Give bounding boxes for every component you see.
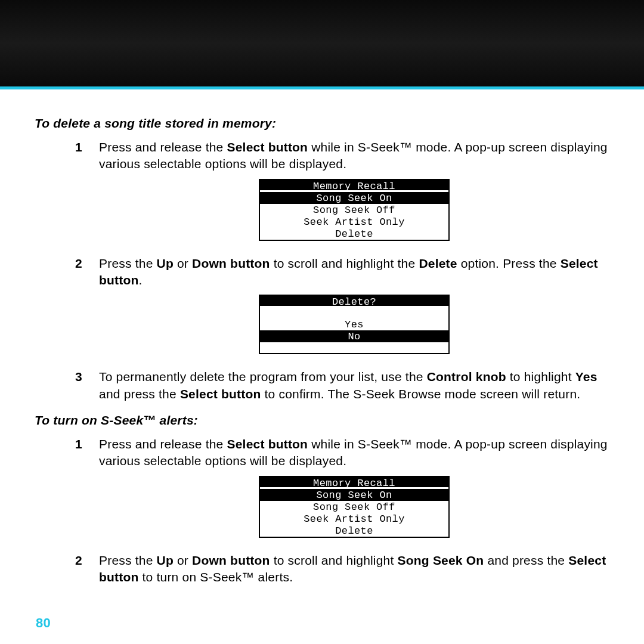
lcd-row: Song Seek Off <box>260 501 448 513</box>
bold: Select button <box>180 387 261 401</box>
step-number: 1 <box>75 139 99 249</box>
text: to scroll and highlight <box>270 553 398 567</box>
lcd-row: Song Seek Off <box>260 204 448 216</box>
text: option. Press the <box>457 256 561 270</box>
bold: Up <box>157 553 174 567</box>
bold: Up <box>157 256 174 270</box>
text: . <box>139 273 143 287</box>
lcd-memory-recall: Memory Recall Song Seek On Song Seek Off… <box>259 476 450 538</box>
bold: Select button <box>227 140 308 154</box>
bold: Yes <box>575 370 597 383</box>
section-title-alerts: To turn on S-Seek™ alerts: <box>35 413 609 428</box>
steps-alerts: 1 Press and release the Select button wh… <box>75 436 609 586</box>
lcd-row: Delete <box>260 228 448 240</box>
bold: Delete <box>419 256 457 270</box>
lcd-row-selected: No <box>260 330 448 342</box>
step-number: 1 <box>75 436 99 546</box>
lcd-row: Yes <box>260 318 448 330</box>
header-band <box>0 0 644 86</box>
bold: Control knob <box>427 370 506 383</box>
text: to confirm. The S-Seek Browse mode scree… <box>261 387 581 401</box>
section-title-delete: To delete a song title stored in memory: <box>35 116 609 131</box>
page-number: 80 <box>36 615 51 631</box>
bold: Song Seek On <box>398 553 484 567</box>
lcd-blank <box>260 342 448 353</box>
lcd-row-selected: Song Seek On <box>260 192 448 204</box>
step-text: Press the Up or Down button to scroll an… <box>99 552 609 586</box>
step-number: 3 <box>75 369 99 402</box>
step-number: 2 <box>75 552 99 586</box>
text: or <box>174 256 192 270</box>
lcd-row: Delete <box>260 525 448 537</box>
lcd-memory-recall: Memory Recall Song Seek On Song Seek Off… <box>259 179 450 241</box>
text: To permanently delete the program from y… <box>99 370 427 383</box>
step-text: Press and release the Select button whil… <box>99 436 609 546</box>
step-text: Press and release the Select button whil… <box>99 139 609 249</box>
bold: Down button <box>192 553 270 567</box>
text: and press the <box>99 387 180 401</box>
text: Press the <box>99 553 157 567</box>
text: Press and release the <box>99 140 227 154</box>
lcd-row: Seek Artist Only <box>260 216 448 228</box>
step-number: 2 <box>75 255 99 363</box>
page-body: To delete a song title stored in memory:… <box>0 89 644 644</box>
lcd-delete-confirm: Delete? Yes No <box>259 295 450 354</box>
steps-delete: 1 Press and release the Select button wh… <box>75 139 609 402</box>
lcd-header: Memory Recall <box>260 180 448 192</box>
lcd-row-selected: Song Seek On <box>260 489 448 501</box>
text: to turn on S-Seek™ alerts. <box>139 570 293 584</box>
step-text: Press the Up or Down button to scroll an… <box>99 255 609 363</box>
text: Press the <box>99 256 157 270</box>
bold: Down button <box>192 256 270 270</box>
lcd-blank <box>260 308 448 318</box>
bold: Select button <box>227 437 308 451</box>
lcd-header: Delete? <box>260 296 448 308</box>
text: to scroll and highlight the <box>270 256 419 270</box>
text: Press and release the <box>99 437 227 451</box>
text: and press the <box>484 553 568 567</box>
text: to highlight <box>506 370 575 383</box>
lcd-row: Seek Artist Only <box>260 513 448 525</box>
step-text: To permanently delete the program from y… <box>99 369 609 402</box>
text: or <box>174 553 192 567</box>
lcd-header: Memory Recall <box>260 477 448 489</box>
